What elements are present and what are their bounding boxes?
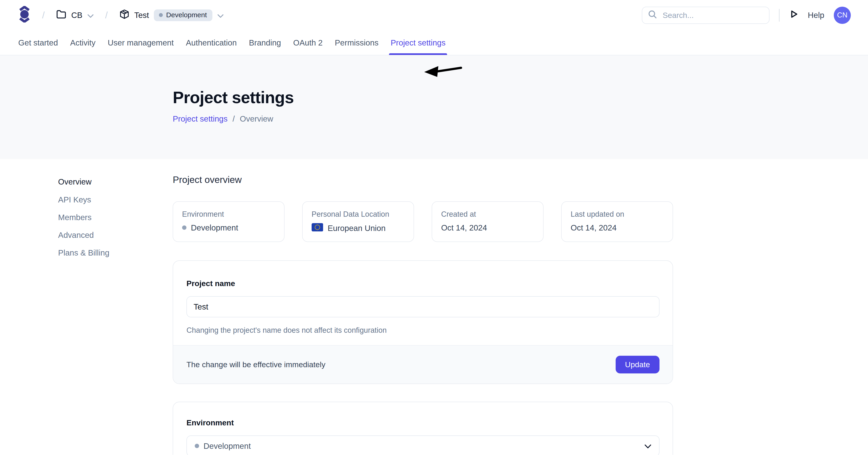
org-switcher[interactable]: CB [56, 10, 93, 21]
vertical-divider [779, 9, 779, 22]
sidebar-item-members[interactable]: Members [58, 213, 173, 222]
top-bar-right: Help CN [642, 7, 851, 24]
footer-note: The change will be effective immediately [186, 360, 326, 369]
status-dot-icon [159, 13, 163, 17]
card-label: Last updated on [570, 210, 664, 219]
project-name-panel: Project name Changing the project's name… [173, 260, 673, 384]
search-input[interactable] [661, 10, 765, 20]
card-environment: Environment Development [173, 201, 284, 242]
search-icon [648, 10, 656, 21]
header-separator: / [42, 10, 44, 21]
project-name-input[interactable] [186, 296, 659, 317]
sidebar-item-advanced[interactable]: Advanced [58, 230, 173, 240]
card-label: Environment [182, 210, 275, 219]
project-switcher[interactable]: Test Development [119, 9, 224, 21]
page-content: Overview API Keys Members Advanced Plans… [0, 159, 868, 455]
main-nav-tabs: Get started Activity User management Aut… [0, 31, 868, 55]
overview-cards: Environment Development Personal Data Lo… [173, 201, 673, 242]
chevron-down-icon [88, 10, 94, 20]
tab-project-settings[interactable]: Project settings [390, 31, 446, 55]
environment-label: Environment [186, 418, 659, 427]
page-hero: Project settings Project settings / Over… [0, 55, 868, 159]
update-button[interactable]: Update [616, 356, 659, 374]
tab-branding[interactable]: Branding [248, 31, 282, 55]
top-bar: / CB / Test [0, 0, 868, 31]
card-value: Oct 14, 2024 [570, 223, 617, 232]
page-title: Project settings [173, 55, 868, 107]
tab-oauth-2[interactable]: OAuth 2 [292, 31, 323, 55]
tab-activity[interactable]: Activity [69, 31, 96, 55]
sidebar-item-plans-billing[interactable]: Plans & Billing [58, 248, 173, 258]
corbado-logo-icon [19, 6, 31, 25]
card-label: Created at [441, 210, 534, 219]
tab-get-started[interactable]: Get started [18, 31, 59, 55]
user-avatar[interactable]: CN [834, 7, 851, 24]
card-value: Development [191, 223, 238, 232]
environment-select[interactable]: Development [186, 435, 659, 455]
search-box[interactable] [642, 7, 770, 24]
card-created-at: Created at Oct 14, 2024 [432, 201, 544, 242]
environment-panel: Environment Development [173, 402, 673, 455]
environment-badge-label: Development [166, 11, 207, 19]
package-icon [119, 9, 129, 21]
project-name: Test [134, 10, 149, 20]
breadcrumb-link-project-settings[interactable]: Project settings [173, 114, 227, 123]
brand-logo[interactable] [19, 6, 31, 25]
status-dot-icon [182, 225, 186, 230]
project-name-helper: Changing the project's name does not aff… [186, 326, 659, 335]
card-personal-data-location: Personal Data Location European Union [302, 201, 414, 242]
eu-flag-icon [312, 223, 323, 233]
card-last-updated: Last updated on Oct 14, 2024 [561, 201, 673, 242]
breadcrumb-current: Overview [240, 114, 273, 123]
card-value: European Union [328, 224, 386, 233]
header-separator: / [105, 10, 108, 21]
project-name-panel-footer: The change will be effective immediately… [173, 345, 673, 383]
org-name: CB [71, 10, 83, 20]
chevron-down-icon [217, 10, 224, 20]
environment-badge: Development [154, 9, 212, 21]
breadcrumb-separator: / [232, 114, 235, 123]
sidebar-item-api-keys[interactable]: API Keys [58, 195, 173, 204]
help-link[interactable]: Help [808, 10, 825, 20]
environment-select-value: Development [204, 442, 251, 451]
breadcrumb: Project settings / Overview [173, 114, 868, 123]
chevron-down-icon [645, 441, 651, 451]
tab-authentication[interactable]: Authentication [185, 31, 237, 55]
sidebar-item-overview[interactable]: Overview [58, 177, 173, 187]
card-label: Personal Data Location [312, 210, 405, 219]
card-value: Oct 14, 2024 [441, 223, 487, 232]
status-dot-icon [195, 444, 199, 448]
project-name-label: Project name [186, 279, 659, 288]
app-window: / CB / Test [0, 0, 868, 455]
folder-icon [56, 10, 66, 21]
main-panel: Project overview Environment Development… [173, 159, 673, 455]
tab-user-management[interactable]: User management [107, 31, 174, 55]
tab-permissions[interactable]: Permissions [334, 31, 379, 55]
section-heading: Project overview [173, 174, 673, 185]
play-button[interactable] [789, 9, 799, 21]
settings-sidenav: Overview API Keys Members Advanced Plans… [58, 159, 173, 455]
